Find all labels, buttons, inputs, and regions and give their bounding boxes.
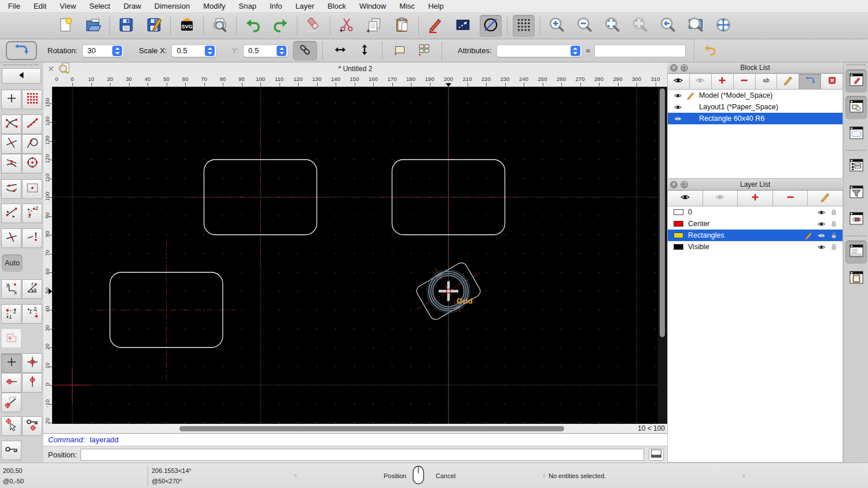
panel-command-toggle-button[interactable] (845, 241, 867, 264)
redo-button[interactable] (270, 15, 292, 37)
eye-open-button[interactable] (667, 73, 690, 90)
block-list-close-icon[interactable]: ✕ (670, 64, 678, 72)
panel-blocks-toggle-button[interactable] (845, 96, 867, 119)
restrict-nothing-button[interactable]: ! (22, 228, 42, 248)
menu-info[interactable]: Info (270, 2, 282, 10)
visibility-eye-icon[interactable] (674, 103, 686, 112)
attributes-stepper-icon[interactable] (571, 46, 580, 56)
insert-block-button[interactable] (799, 73, 821, 90)
menu-draw[interactable]: Draw (123, 2, 141, 10)
eye-gray-button[interactable] (689, 73, 712, 90)
drawing-canvas[interactable]: Grid (52, 87, 658, 424)
target-crosshair-button[interactable] (22, 353, 42, 373)
vertical-scrollbar-thumb[interactable] (660, 88, 665, 337)
minus-red-button[interactable] (773, 190, 808, 206)
panel-preview-toggle-button[interactable] (845, 123, 867, 146)
snap-restrict-rect-button[interactable] (22, 179, 42, 199)
snap-grid-button[interactable] (22, 90, 42, 109)
snap-reference-12-button[interactable]: 12 (22, 204, 42, 223)
ref-point-21-button[interactable]: 12 (22, 304, 42, 324)
scale-x-stepper-icon[interactable] (205, 46, 215, 56)
zero-crosshair-button[interactable] (1, 353, 21, 373)
menu-dimension[interactable]: Dimension (155, 2, 190, 10)
flip-vertical-button[interactable] (352, 41, 377, 61)
zoom-auto-button[interactable] (601, 15, 623, 37)
zoom-select-button[interactable] (629, 15, 651, 37)
zoom-in-button[interactable] (546, 15, 568, 37)
paste-button[interactable] (391, 15, 413, 37)
lock-icon[interactable] (827, 243, 840, 251)
snap-intersection-button[interactable] (1, 134, 21, 154)
pencil-edit-button[interactable] (807, 190, 843, 206)
horizontal-scrollbar[interactable] (43, 424, 628, 433)
pencil-edit-button[interactable] (777, 73, 799, 90)
panel-list-toggle-button[interactable] (845, 155, 867, 178)
attributes-dropdown[interactable] (496, 45, 582, 57)
draw-circle-line-button[interactable] (480, 15, 502, 37)
vertical-scrollbar[interactable] (658, 87, 667, 424)
pen-edit-button[interactable] (424, 15, 446, 37)
coords-cartesian-button[interactable]: yx (1, 279, 21, 299)
lock-icon[interactable] (827, 208, 840, 216)
layer-list-item[interactable]: 0 (668, 206, 843, 218)
doc-new-button[interactable] (54, 15, 76, 37)
snap-center-button[interactable] (22, 154, 42, 173)
visibility-eye-icon[interactable] (815, 220, 827, 228)
visibility-eye-icon[interactable] (815, 231, 827, 240)
restrict-orthogonal-button[interactable] (1, 228, 21, 248)
key-coordinate-button[interactable] (22, 416, 42, 436)
panel-filter-toggle-button[interactable] (845, 182, 867, 205)
toolbar-handle[interactable] (3, 64, 38, 65)
scale-y-spinner[interactable]: 0.5 (243, 45, 288, 57)
svg-export-button[interactable]: SVG (176, 15, 198, 37)
rename-ab-button[interactable]: a|b (755, 73, 778, 90)
block-list-item[interactable]: Layout1 (*Paper_Space) (668, 101, 843, 113)
horizontal-scrollbar-thumb[interactable] (179, 426, 564, 431)
cut-button[interactable] (336, 15, 358, 37)
save-as-button[interactable] (143, 15, 165, 37)
zoom-out-button[interactable] (573, 15, 595, 37)
rotation-spinner[interactable]: 30 (82, 45, 124, 57)
minus-red-button[interactable] (733, 73, 756, 90)
flip-horizontal-button[interactable] (328, 41, 352, 61)
snap-reference-arrows-button[interactable] (1, 204, 21, 223)
menu-window[interactable]: Window (359, 2, 386, 10)
block-list-item[interactable]: Rectangle 60x40 R6 (668, 113, 843, 124)
angle-gauge-button[interactable] (1, 393, 21, 412)
target-vertical-button[interactable] (22, 373, 42, 393)
zoom-previous-button[interactable] (657, 15, 679, 37)
command-dock-button[interactable] (649, 448, 664, 461)
layer-list-item[interactable]: Rectangles (668, 230, 843, 241)
pick-coordinate-button[interactable] (1, 416, 21, 436)
scale-x-spinner[interactable]: 0.5 (171, 45, 216, 57)
undo-button[interactable] (242, 15, 264, 37)
lock-icon[interactable] (827, 231, 840, 239)
link-scale-button[interactable] (293, 41, 317, 61)
snap-on-entity-button[interactable] (22, 114, 42, 134)
ref-point-12-button[interactable]: 12 (1, 304, 21, 324)
visibility-eye-icon[interactable] (815, 243, 827, 252)
lock-icon[interactable] (827, 220, 840, 228)
visibility-eye-icon[interactable] (815, 208, 827, 217)
grid-toggle-button[interactable] (513, 15, 535, 37)
menu-misc[interactable]: Misc (399, 2, 415, 10)
menu-block[interactable]: Block (328, 2, 346, 10)
panel-clipboard-toggle-button[interactable] (845, 267, 867, 290)
plus-red-button[interactable] (737, 190, 773, 206)
menu-snap[interactable]: Snap (239, 2, 256, 10)
single-block-button[interactable] (388, 41, 412, 61)
select-window-button[interactable] (452, 15, 474, 37)
panel-plugin-toggle-button[interactable] (845, 208, 867, 231)
command-input[interactable] (80, 449, 644, 461)
snap-auto-button[interactable]: Auto (2, 254, 23, 272)
menu-view[interactable]: View (60, 2, 76, 10)
zoom-pan-button[interactable] (712, 15, 734, 37)
copy-button[interactable] (363, 15, 385, 37)
block-list-float-icon[interactable]: ❐ (681, 64, 688, 72)
dock-handle[interactable] (847, 64, 865, 65)
layer-list-item[interactable]: Center (668, 218, 843, 230)
undo-action-button[interactable] (698, 41, 722, 61)
select-reference-button[interactable] (1, 328, 21, 348)
eye-open-button[interactable] (667, 190, 703, 206)
visibility-eye-icon[interactable] (674, 114, 686, 123)
